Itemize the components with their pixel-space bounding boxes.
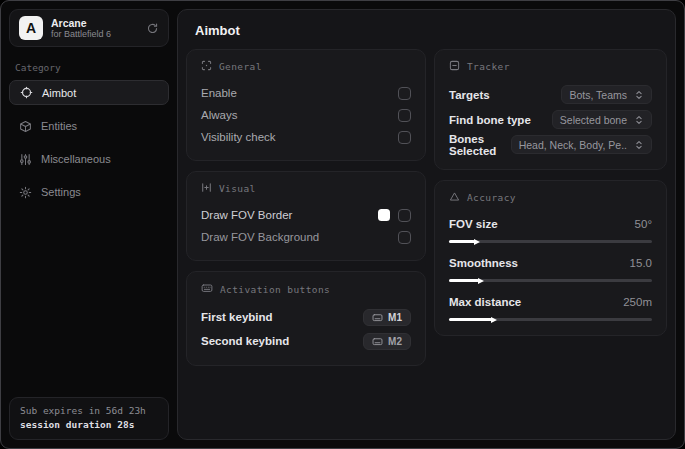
right-column: Tracker Targets Bots, Teams Find bone ty… bbox=[434, 49, 667, 376]
accuracy-card: Accuracy FOV size 50° bbox=[434, 180, 667, 336]
select-value: Bots, Teams bbox=[569, 89, 627, 101]
session-duration-text: session duration 28s bbox=[20, 418, 158, 432]
sidebar-item-entities[interactable]: Entities bbox=[9, 114, 169, 138]
setting-label: Draw FOV Border bbox=[201, 209, 292, 221]
draw-fov-background-checkbox[interactable] bbox=[398, 231, 411, 244]
app-meta: Arcane for Battlefield 6 bbox=[51, 17, 111, 39]
unfold-icon bbox=[634, 140, 644, 150]
setting-label: Always bbox=[201, 109, 237, 121]
draw-fov-border-checkbox[interactable] bbox=[398, 209, 411, 222]
setting-row: Find bone type Selected bone bbox=[449, 107, 652, 132]
slider-thumb[interactable] bbox=[474, 239, 480, 245]
slider-fill bbox=[449, 318, 492, 321]
slider-group: Smoothness 15.0 bbox=[449, 252, 652, 282]
sub-expiry-text: Sub expires in 56d 23h bbox=[20, 404, 158, 418]
slider-value: 50° bbox=[635, 218, 652, 230]
setting-row: FOV size 50° bbox=[449, 213, 652, 235]
slider-group: FOV size 50° bbox=[449, 213, 652, 243]
sliders-icon bbox=[19, 153, 32, 166]
general-card-title: General bbox=[219, 61, 262, 72]
slider-fill bbox=[449, 240, 475, 243]
slider-thumb[interactable] bbox=[478, 278, 484, 284]
app-name: Arcane bbox=[51, 17, 111, 29]
setting-label: Enable bbox=[201, 87, 237, 99]
triangle-icon bbox=[449, 191, 460, 204]
sidebar-item-label: Miscellaneous bbox=[41, 153, 111, 165]
slider-thumb[interactable] bbox=[491, 317, 497, 323]
slider-value: 250m bbox=[623, 296, 652, 308]
sidebar: A Arcane for Battlefield 6 Category Aimb… bbox=[1, 1, 177, 448]
accuracy-card-header: Accuracy bbox=[449, 191, 652, 204]
setting-label: Max distance bbox=[449, 296, 521, 308]
setting-row: Draw FOV Background bbox=[201, 226, 411, 248]
setting-row: First keybind M1 bbox=[201, 305, 411, 329]
setting-label: Second keybind bbox=[201, 335, 289, 347]
setting-row: Smoothness 15.0 bbox=[449, 252, 652, 274]
cube-icon bbox=[19, 120, 32, 133]
sidebar-item-label: Settings bbox=[41, 186, 81, 198]
visibility-check-checkbox[interactable] bbox=[398, 131, 411, 144]
smoothness-slider[interactable] bbox=[449, 279, 652, 282]
setting-label: Targets bbox=[449, 89, 490, 101]
targets-select[interactable]: Bots, Teams bbox=[561, 85, 652, 104]
crosshair-icon bbox=[20, 86, 33, 99]
category-label: Category bbox=[15, 62, 163, 73]
always-checkbox[interactable] bbox=[398, 109, 411, 122]
slider-fill bbox=[449, 279, 479, 282]
setting-label: Find bone type bbox=[449, 114, 531, 126]
setting-row: Max distance 250m bbox=[449, 291, 652, 313]
find-bone-type-select[interactable]: Selected bone bbox=[552, 110, 652, 129]
sidebar-item-aimbot[interactable]: Aimbot bbox=[9, 80, 169, 105]
setting-label: Visibility check bbox=[201, 131, 276, 143]
bones-selected-select[interactable]: Head, Neck, Body, Pe.. bbox=[511, 135, 652, 154]
main-panel: Aimbot General bbox=[177, 9, 676, 440]
unfold-icon bbox=[634, 115, 644, 125]
visual-card: Visual Draw FOV Border Draw FOV Backgrou… bbox=[186, 171, 426, 261]
max-distance-slider[interactable] bbox=[449, 318, 652, 321]
color-swatch[interactable] bbox=[378, 209, 390, 221]
app-subtitle: for Battlefield 6 bbox=[51, 29, 111, 39]
keybind-value: M2 bbox=[388, 336, 402, 347]
setting-row: Enable bbox=[201, 82, 411, 104]
sidebar-item-settings[interactable]: Settings bbox=[9, 180, 169, 204]
keyboard-icon bbox=[201, 282, 213, 296]
accuracy-card-title: Accuracy bbox=[467, 192, 516, 203]
second-keybind-button[interactable]: M2 bbox=[363, 333, 411, 350]
left-column: General Enable Always Visibility check bbox=[186, 49, 426, 376]
general-card-header: General bbox=[201, 60, 411, 73]
sidebar-item-miscellaneous[interactable]: Miscellaneous bbox=[9, 147, 169, 171]
keyboard-icon bbox=[372, 312, 383, 323]
general-card: General Enable Always Visibility check bbox=[186, 49, 426, 161]
page-title: Aimbot bbox=[178, 10, 675, 47]
sidebar-item-label: Aimbot bbox=[42, 87, 76, 99]
sidebar-item-label: Entities bbox=[41, 120, 77, 132]
activation-card: Activation buttons First keybind M1 Seco… bbox=[186, 271, 426, 366]
fov-border-controls bbox=[378, 209, 411, 222]
app-window: A Arcane for Battlefield 6 Category Aimb… bbox=[0, 0, 685, 449]
unfold-icon bbox=[634, 90, 644, 100]
tracker-icon bbox=[449, 60, 460, 73]
tracker-card-header: Tracker bbox=[449, 60, 652, 73]
keybind-value: M1 bbox=[388, 312, 402, 323]
setting-row: Visibility check bbox=[201, 126, 411, 148]
visual-card-header: Visual bbox=[201, 182, 411, 195]
setting-row: Draw FOV Border bbox=[201, 204, 411, 226]
scan-icon bbox=[201, 60, 212, 73]
enable-checkbox[interactable] bbox=[398, 87, 411, 100]
setting-row: Bones Selected Head, Neck, Body, Pe.. bbox=[449, 132, 652, 157]
app-logo: A bbox=[19, 16, 43, 40]
first-keybind-button[interactable]: M1 bbox=[363, 309, 411, 326]
tracker-card-title: Tracker bbox=[467, 61, 510, 72]
gear-icon bbox=[19, 186, 32, 199]
refresh-icon[interactable] bbox=[146, 22, 159, 35]
slider-group: Max distance 250m bbox=[449, 291, 652, 321]
select-value: Selected bone bbox=[560, 114, 627, 126]
setting-row: Second keybind M2 bbox=[201, 329, 411, 353]
tracker-card: Tracker Targets Bots, Teams Find bone ty… bbox=[434, 49, 667, 170]
fov-size-slider[interactable] bbox=[449, 240, 652, 243]
setting-row: Always bbox=[201, 104, 411, 126]
setting-label: First keybind bbox=[201, 311, 273, 323]
setting-label: Smoothness bbox=[449, 257, 518, 269]
slider-value: 15.0 bbox=[630, 257, 652, 269]
activation-card-title: Activation buttons bbox=[220, 284, 330, 295]
